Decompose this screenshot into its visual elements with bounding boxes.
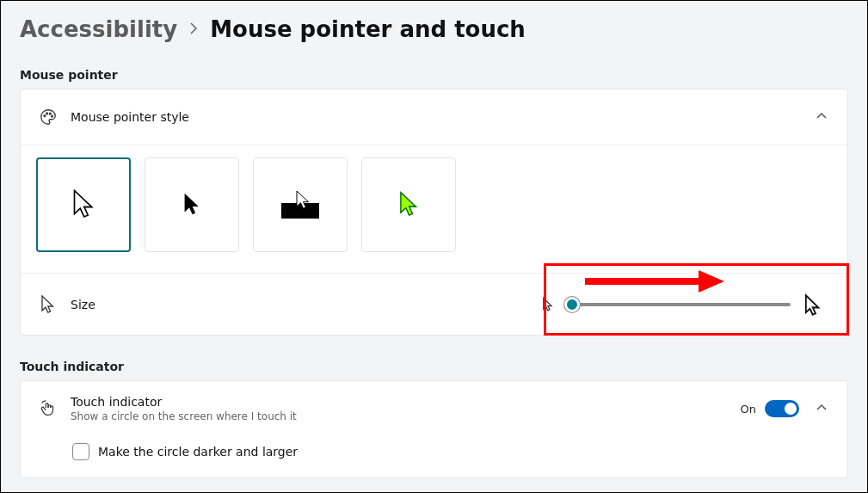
pointer-large-icon bbox=[803, 293, 825, 316]
svg-point-2 bbox=[49, 113, 51, 114]
svg-marker-6 bbox=[699, 270, 724, 293]
svg-point-0 bbox=[44, 115, 46, 117]
chevron-up-icon[interactable] bbox=[811, 403, 832, 416]
toggle-knob bbox=[785, 403, 797, 415]
darker-larger-label: Make the circle darker and larger bbox=[98, 445, 298, 459]
chevron-right-icon bbox=[189, 22, 198, 37]
svg-point-3 bbox=[52, 115, 53, 117]
darker-larger-checkbox[interactable] bbox=[72, 443, 89, 460]
mouse-pointer-style-label: Mouse pointer style bbox=[71, 110, 189, 124]
row-size: Size bbox=[21, 273, 847, 335]
pointer-style-inverted[interactable] bbox=[253, 157, 348, 252]
breadcrumb-current: Mouse pointer and touch bbox=[210, 16, 526, 42]
touch-indicator-card: Touch indicator Show a circle on the scr… bbox=[20, 380, 848, 478]
size-slider[interactable] bbox=[569, 303, 791, 306]
row-darker-larger: Make the circle darker and larger bbox=[21, 436, 847, 478]
section-mouse-pointer: Mouse pointer bbox=[20, 68, 848, 82]
size-slider-area bbox=[541, 293, 825, 316]
size-label: Size bbox=[71, 298, 95, 311]
chevron-up-icon[interactable] bbox=[811, 111, 832, 124]
breadcrumb: Accessibility Mouse pointer and touch bbox=[20, 16, 848, 42]
pointer-style-white[interactable] bbox=[36, 157, 131, 252]
pointer-style-black[interactable] bbox=[145, 157, 239, 252]
row-mouse-pointer-style[interactable]: Mouse pointer style bbox=[21, 89, 847, 145]
breadcrumb-parent[interactable]: Accessibility bbox=[20, 16, 177, 42]
svg-point-1 bbox=[46, 113, 48, 114]
pointer-size-icon bbox=[36, 294, 60, 315]
pointer-small-icon bbox=[541, 297, 557, 312]
size-slider-thumb[interactable] bbox=[564, 297, 580, 312]
row-touch-indicator[interactable]: Touch indicator Show a circle on the scr… bbox=[21, 381, 847, 436]
touch-toggle-state: On bbox=[741, 403, 756, 416]
touch-toggle[interactable] bbox=[765, 400, 799, 417]
mouse-pointer-card: Mouse pointer style bbox=[20, 89, 848, 336]
section-touch-indicator: Touch indicator bbox=[20, 360, 848, 373]
pointer-style-options bbox=[21, 145, 847, 273]
touch-icon bbox=[36, 399, 60, 418]
touch-indicator-title: Touch indicator bbox=[71, 395, 297, 409]
svg-rect-4 bbox=[281, 203, 319, 219]
pointer-style-custom-color[interactable] bbox=[361, 157, 456, 252]
palette-icon bbox=[36, 108, 60, 126]
touch-indicator-subtitle: Show a circle on the screen where I touc… bbox=[71, 410, 297, 422]
